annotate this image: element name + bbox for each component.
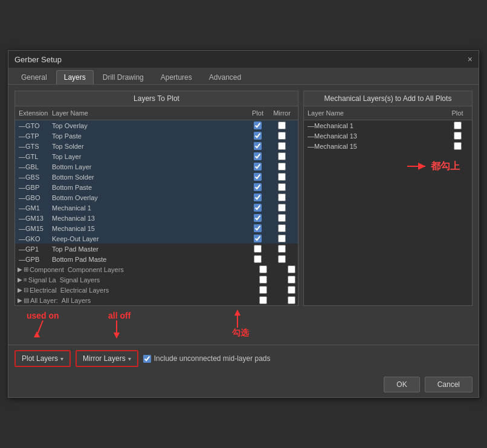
mirror-checkbox[interactable] bbox=[278, 142, 286, 150]
mirror-checkbox[interactable] bbox=[278, 245, 286, 253]
plot-checkbox[interactable] bbox=[254, 142, 262, 150]
group-row-component[interactable]: ▶ ⊞ Component Component Layers bbox=[15, 264, 298, 274]
mirror-cell bbox=[268, 131, 295, 140]
group-mirror-checkbox[interactable] bbox=[288, 276, 295, 284]
mirror-checkbox[interactable] bbox=[278, 214, 286, 222]
name-cell: Bottom Paste bbox=[51, 183, 247, 192]
ann-arrow-down bbox=[108, 320, 132, 339]
name-cell: Top Layer bbox=[51, 152, 247, 161]
expand-icon: ▶ bbox=[18, 276, 22, 283]
plot-cell bbox=[247, 203, 268, 212]
table-row: —GTS Top Solder bbox=[15, 141, 298, 151]
group-row-signal[interactable]: ▶ ≡ Signal La Signal Layers bbox=[15, 274, 298, 285]
ann-arrow-up bbox=[228, 310, 253, 328]
ext-cell: —GM1 bbox=[18, 204, 51, 212]
ann-arrow-down-left bbox=[34, 320, 52, 339]
left-panel: Layers To Plot Extension Layer Name Plot… bbox=[15, 91, 298, 306]
plot-checkbox[interactable] bbox=[454, 142, 462, 150]
plot-cell bbox=[247, 193, 268, 202]
col-layer-name: Layer Name bbox=[51, 108, 247, 118]
plot-checkbox[interactable] bbox=[254, 173, 262, 181]
mirror-layers-button[interactable]: Mirror Layers ▾ bbox=[76, 350, 138, 367]
mirror-checkbox[interactable] bbox=[278, 193, 286, 201]
tab-layers[interactable]: Layers bbox=[56, 70, 94, 84]
mirror-cell bbox=[268, 172, 295, 181]
group-plot-checkbox[interactable] bbox=[259, 296, 267, 304]
plot-cell bbox=[247, 172, 268, 181]
group-sublabel: All Layers bbox=[62, 297, 91, 304]
group-icon: ⊟ bbox=[24, 287, 28, 293]
plot-checkbox[interactable] bbox=[254, 183, 262, 191]
mirror-cell bbox=[268, 244, 295, 253]
name-cell: Mechanical 1 bbox=[51, 204, 247, 212]
plot-checkbox[interactable] bbox=[254, 152, 262, 160]
include-unconnected-label: Include unconnected mid-layer pads bbox=[143, 354, 271, 363]
ext-cell: —GPB bbox=[18, 255, 51, 264]
plot-checkbox[interactable] bbox=[454, 122, 462, 129]
group-plot-checkbox[interactable] bbox=[259, 265, 267, 273]
plot-checkbox[interactable] bbox=[254, 204, 262, 212]
mirror-cell bbox=[268, 152, 295, 161]
plot-checkbox[interactable] bbox=[254, 193, 262, 201]
group-mirror-checkbox[interactable] bbox=[288, 265, 295, 273]
mirror-cell bbox=[268, 141, 295, 151]
ok-button[interactable]: OK bbox=[384, 377, 419, 392]
plot-checkbox[interactable] bbox=[254, 245, 262, 253]
mirror-checkbox[interactable] bbox=[278, 235, 286, 242]
name-cell: Top Paste bbox=[51, 132, 247, 140]
mirror-checkbox[interactable] bbox=[278, 204, 286, 212]
plot-checkbox[interactable] bbox=[254, 255, 262, 263]
include-unconnected-checkbox[interactable] bbox=[143, 355, 151, 363]
group-mirror-checkbox[interactable] bbox=[288, 296, 295, 304]
include-unconnected-text: Include unconnected mid-layer pads bbox=[154, 354, 271, 363]
plot-checkbox[interactable] bbox=[254, 224, 262, 232]
group-icon: ▤ bbox=[24, 297, 29, 304]
table-row: —Mechanical 13 bbox=[304, 131, 472, 141]
mirror-checkbox[interactable] bbox=[278, 152, 286, 160]
group-row-electrical[interactable]: ▶ ⊟ Electrical Electrical Layers bbox=[15, 285, 298, 295]
mirror-checkbox[interactable] bbox=[278, 163, 286, 170]
table-row: —GBO Bottom Overlay bbox=[15, 192, 298, 203]
mirror-checkbox[interactable] bbox=[278, 255, 286, 263]
plot-cell bbox=[247, 213, 268, 222]
table-row: —GTP Top Paste bbox=[15, 131, 298, 141]
ann-used-on: used on bbox=[27, 311, 59, 339]
mirror-cell bbox=[268, 234, 295, 243]
cancel-button[interactable]: Cancel bbox=[425, 377, 472, 392]
tab-apertures[interactable]: Apertures bbox=[153, 70, 200, 84]
expand-icon: ▶ bbox=[18, 266, 22, 273]
plot-checkbox[interactable] bbox=[254, 163, 262, 170]
plot-checkbox[interactable] bbox=[254, 122, 262, 129]
plot-cell bbox=[445, 131, 469, 140]
group-plot-checkbox[interactable] bbox=[259, 276, 267, 284]
mirror-checkbox[interactable] bbox=[278, 224, 286, 232]
plot-checkbox[interactable] bbox=[254, 132, 262, 140]
plot-checkbox[interactable] bbox=[454, 132, 462, 140]
close-button[interactable]: × bbox=[468, 54, 472, 64]
tab-general[interactable]: General bbox=[13, 70, 55, 84]
plot-layers-button[interactable]: Plot Layers ▾ bbox=[15, 350, 71, 367]
plot-checkbox[interactable] bbox=[254, 235, 262, 242]
ext-cell: —GTL bbox=[18, 152, 51, 161]
mirror-checkbox[interactable] bbox=[278, 132, 286, 140]
svg-marker-3 bbox=[34, 331, 40, 337]
name-cell: Top Overlay bbox=[51, 122, 247, 130]
mirror-checkbox[interactable] bbox=[278, 122, 286, 129]
plot-cell bbox=[445, 121, 469, 130]
mirror-checkbox[interactable] bbox=[278, 183, 286, 191]
group-row-all-layers[interactable]: ▶ ▤ All Layer: All Layers bbox=[15, 295, 298, 305]
tab-advanced[interactable]: Advanced bbox=[201, 70, 249, 84]
name-cell: Mechanical 13 bbox=[51, 214, 247, 222]
group-icon: ≡ bbox=[24, 276, 27, 283]
annotation-row: used on all off 勾选 bbox=[15, 306, 472, 339]
left-panel-header: Layers To Plot bbox=[15, 91, 298, 106]
tab-drill-drawing[interactable]: Drill Drawing bbox=[95, 70, 152, 84]
plot-checkbox[interactable] bbox=[254, 214, 262, 222]
group-mirror-checkbox[interactable] bbox=[288, 286, 295, 294]
mirror-cell bbox=[268, 162, 295, 171]
name-cell: Bottom Pad Maste bbox=[51, 255, 247, 264]
group-plot-checkbox[interactable] bbox=[259, 286, 267, 294]
ext-cell: —GTP bbox=[18, 132, 51, 140]
mirror-checkbox[interactable] bbox=[278, 173, 286, 181]
col-layer-name: Layer Name bbox=[306, 108, 445, 118]
